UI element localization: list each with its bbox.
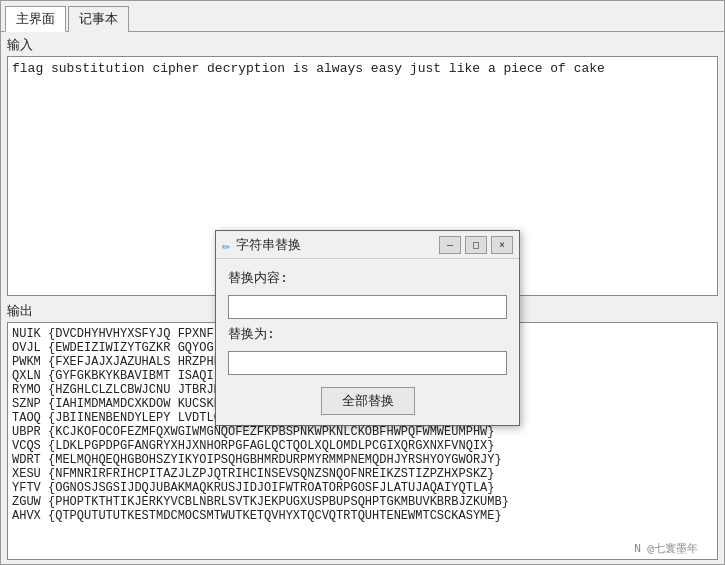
- close-button[interactable]: ×: [491, 236, 513, 254]
- dialog-body: 替换内容: 替换为: 全部替换: [216, 259, 519, 425]
- dialog-title: 字符串替换: [236, 236, 433, 254]
- minimize-button[interactable]: —: [439, 236, 461, 254]
- dialog-overlay: ✏️ 字符串替换 — □ × 替换内容: 替换为: 全部替换: [0, 0, 725, 565]
- find-input[interactable]: [228, 295, 507, 319]
- replace-input[interactable]: [228, 351, 507, 375]
- dialog-icon: ✏️: [222, 237, 230, 253]
- dialog-controls: — □ ×: [439, 236, 513, 254]
- find-label: 替换内容:: [228, 269, 507, 287]
- replace-label: 替换为:: [228, 325, 507, 343]
- maximize-button[interactable]: □: [465, 236, 487, 254]
- replace-all-button[interactable]: 全部替换: [321, 387, 415, 415]
- dialog-titlebar: ✏️ 字符串替换 — □ ×: [216, 231, 519, 259]
- replace-dialog: ✏️ 字符串替换 — □ × 替换内容: 替换为: 全部替换: [215, 230, 520, 426]
